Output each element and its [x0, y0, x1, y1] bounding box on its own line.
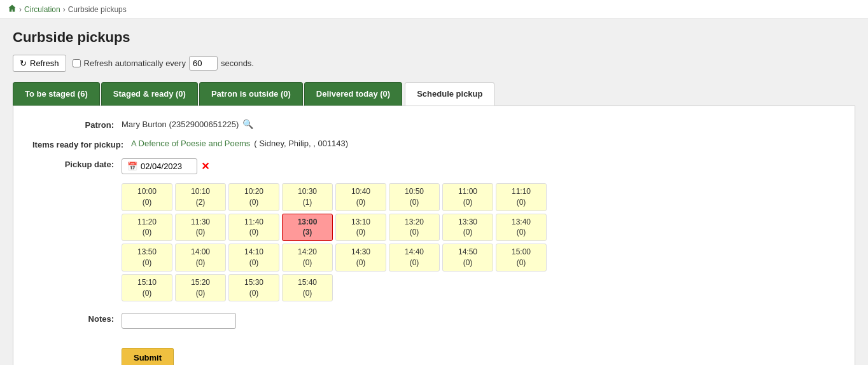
time-slot[interactable]: 10:30(1) — [282, 183, 333, 211]
time-slot[interactable]: 10:50(0) — [389, 183, 440, 211]
refresh-auto-checkbox[interactable] — [73, 59, 81, 67]
time-slot[interactable]: 10:20(0) — [228, 183, 279, 211]
patron-name: Mary Burton (23529000651225) — [122, 120, 239, 129]
notes-input[interactable] — [122, 313, 236, 329]
time-slot[interactable]: 13:20(0) — [389, 214, 440, 242]
patron-label: Patron: — [32, 119, 122, 130]
tab-to-be-staged[interactable]: To be staged (6) — [13, 82, 100, 106]
items-row: Items ready for pickup: A Defence of Poe… — [32, 139, 836, 149]
tabs-bar: To be staged (6) Staged & ready (0) Patr… — [13, 82, 855, 106]
home-icon[interactable] — [8, 4, 17, 15]
time-slot[interactable]: 15:30(0) — [228, 274, 279, 302]
item-meta: ( Sidney, Philip, , 001143) — [254, 139, 348, 148]
time-slot[interactable]: 11:10(0) — [496, 183, 547, 211]
time-slot[interactable]: 11:20(0) — [122, 214, 172, 242]
time-slot[interactable]: 15:20(0) — [175, 274, 226, 302]
time-slot[interactable]: 10:10(2) — [175, 183, 226, 211]
time-grid: 10:00(0)10:10(2)10:20(0)10:30(1)10:40(0)… — [122, 183, 836, 301]
time-slot[interactable]: 14:00(0) — [175, 244, 226, 272]
main-content: Curbside pickups ↻ Refresh Refresh autom… — [0, 19, 868, 365]
schedule-pickup-content: Patron: Mary Burton (23529000651225) 🔍 I… — [13, 106, 855, 365]
pickup-date-row: Pickup date: 📅 ✕ — [32, 158, 836, 174]
time-slot[interactable]: 13:10(0) — [335, 214, 386, 242]
time-slot[interactable]: 14:50(0) — [442, 244, 493, 272]
tab-staged-ready[interactable]: Staged & ready (0) — [101, 82, 198, 106]
breadcrumb-sep-2: › — [63, 5, 66, 14]
time-slot[interactable]: 15:10(0) — [122, 274, 172, 302]
time-slot[interactable]: 10:00(0) — [122, 183, 172, 211]
notes-row: Notes: — [32, 313, 836, 329]
items-value-area: A Defence of Poesie and Poems ( Sidney, … — [131, 139, 348, 148]
notes-label: Notes: — [32, 313, 122, 324]
breadcrumb: › Circulation › Curbside pickups — [0, 0, 868, 19]
refresh-auto-area: Refresh automatically every 60 seconds. — [73, 56, 254, 71]
tab-delivered-today[interactable]: Delivered today (0) — [304, 82, 402, 106]
refresh-interval-input[interactable]: 60 — [189, 56, 218, 71]
date-field[interactable] — [141, 162, 192, 171]
time-slot[interactable]: 11:30(0) — [175, 214, 226, 242]
patron-row: Patron: Mary Burton (23529000651225) 🔍 — [32, 119, 836, 130]
breadcrumb-current: Curbside pickups — [68, 5, 127, 14]
date-input-container: 📅 — [122, 158, 197, 174]
time-slot[interactable]: 10:40(0) — [335, 183, 386, 211]
breadcrumb-circulation[interactable]: Circulation — [24, 5, 60, 14]
page-title: Curbside pickups — [13, 29, 855, 46]
refresh-auto-label: Refresh automatically every — [84, 59, 186, 68]
tab-patron-outside[interactable]: Patron is outside (0) — [199, 82, 303, 106]
clear-date-button[interactable]: ✕ — [201, 160, 209, 172]
patron-value-area: Mary Burton (23529000651225) 🔍 — [122, 119, 253, 129]
time-slot[interactable]: 11:40(0) — [228, 214, 279, 242]
patron-search-icon[interactable]: 🔍 — [242, 119, 253, 129]
time-slot[interactable]: 13:50(0) — [122, 244, 172, 272]
tab-schedule-pickup[interactable]: Schedule pickup — [405, 82, 494, 106]
breadcrumb-sep-1: › — [19, 5, 22, 14]
date-input-wrap: 📅 ✕ — [122, 158, 209, 174]
item-link[interactable]: A Defence of Poesie and Poems — [131, 139, 250, 148]
refresh-icon: ↻ — [20, 59, 27, 68]
time-slot[interactable]: 15:00(0) — [496, 244, 547, 272]
notes-value-area — [122, 313, 236, 329]
refresh-label: Refresh — [30, 59, 59, 68]
refresh-button[interactable]: ↻ Refresh — [13, 55, 66, 72]
time-slot[interactable]: 14:40(0) — [389, 244, 440, 272]
time-slot[interactable]: 14:10(0) — [228, 244, 279, 272]
pickup-date-label: Pickup date: — [32, 158, 122, 169]
time-slot[interactable]: 11:00(0) — [442, 183, 493, 211]
toolbar: ↻ Refresh Refresh automatically every 60… — [13, 55, 855, 72]
items-label: Items ready for pickup: — [32, 139, 131, 149]
time-slot[interactable]: 13:40(0) — [496, 214, 547, 242]
time-slot[interactable]: 14:20(0) — [282, 244, 333, 272]
time-slot[interactable]: 15:40(0) — [282, 274, 333, 302]
seconds-label: seconds. — [221, 59, 254, 68]
time-slot[interactable]: 13:30(0) — [442, 214, 493, 242]
time-slot[interactable]: 14:30(0) — [335, 244, 386, 272]
time-grid-container: 10:00(0)10:10(2)10:20(0)10:30(1)10:40(0)… — [122, 183, 836, 301]
submit-button[interactable]: Submit — [122, 348, 174, 365]
calendar-icon: 📅 — [127, 162, 137, 171]
time-slot[interactable]: 13:00(3) — [282, 214, 333, 242]
